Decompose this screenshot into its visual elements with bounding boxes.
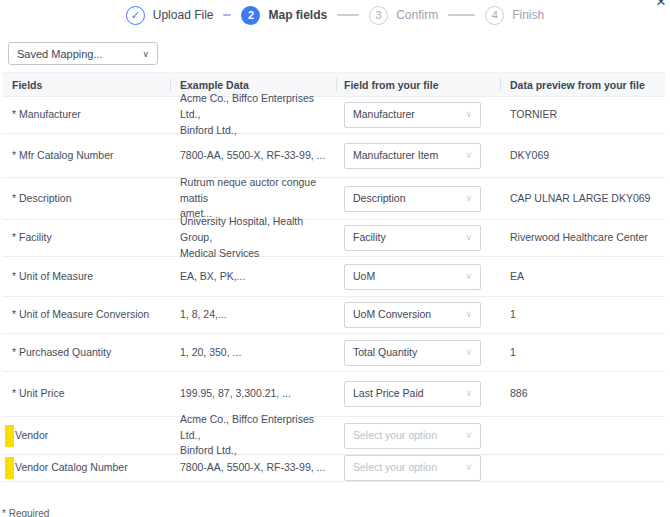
stepper-connector — [223, 14, 231, 16]
field-label: Vendor — [15, 428, 48, 444]
highlight-marker — [5, 457, 14, 479]
close-icon[interactable]: × — [656, 0, 666, 10]
table-row-manufacturer: * Manufacturer Acme Co., Biffco Enterpri… — [2, 97, 665, 134]
example-data: 7800-AA, 5500-X, RF-33-99, ... — [170, 460, 336, 476]
field-select[interactable]: Manufacturer Item ∨ — [344, 143, 481, 169]
stepper: ✓ Upload File 2 Map fields 3 Confirm 4 F… — [0, 4, 670, 26]
select-value: Manufacturer — [353, 107, 415, 123]
step-confirm: 3 Confirm — [369, 6, 438, 25]
table-row-unit-of-measure: * Unit of Measure EA, BX, PK,... UoM ∨ E… — [2, 257, 665, 297]
data-preview: DKY069 — [500, 148, 665, 164]
step-finish: 4 Finish — [485, 6, 544, 25]
map-fields-screen: ✓ Upload File 2 Map fields 3 Confirm 4 F… — [0, 0, 670, 517]
chevron-down-icon: ∨ — [465, 270, 472, 284]
select-value: Facility — [353, 230, 386, 246]
chevron-down-icon: ∨ — [465, 149, 472, 163]
saved-mapping-select[interactable]: Saved Mapping... ∨ — [8, 42, 158, 65]
header-example-data: Example Data — [170, 73, 336, 96]
field-select[interactable]: Total Quantity ∨ — [344, 340, 481, 366]
table-row-mfr-catalog-number: * Mfr Catalog Number 7800-AA, 5500-X, RF… — [2, 134, 665, 178]
chevron-down-icon: ∨ — [465, 429, 472, 443]
example-data: Acme Co., Biffco Enterprises Ltd., Binfo… — [170, 91, 336, 138]
example-data: University Hospital, Health Group, Medic… — [170, 214, 336, 261]
data-preview: 1 — [500, 345, 665, 361]
table-row-purchased-quantity: * Purchased Quantity 1, 20, 350, ... Tot… — [2, 334, 665, 372]
mapping-table: Fields Example Data Field from your file… — [2, 72, 665, 482]
example-data: 1, 20, 350, ... — [170, 345, 336, 361]
field-label: * Unit of Measure — [2, 269, 170, 285]
field-select[interactable]: Select your option ∨ — [344, 423, 481, 449]
data-preview: EA — [500, 269, 665, 285]
select-value: UoM Conversion — [353, 307, 431, 323]
chevron-down-icon: ∨ — [465, 461, 472, 475]
field-label: * Mfr Catalog Number — [2, 148, 170, 164]
step-number-badge: 3 — [369, 6, 388, 25]
field-label: * Manufacturer — [2, 107, 170, 123]
step-number-badge: 2 — [241, 6, 260, 25]
example-data: 199.95, 87, 3,300.21, ... — [170, 386, 336, 402]
table-row-unit-price: * Unit Price 199.95, 87, 3,300.21, ... L… — [2, 372, 665, 417]
field-select[interactable]: Last Price Paid ∨ — [344, 381, 481, 407]
field-label: * Description — [2, 191, 170, 207]
step-number-badge: 4 — [485, 6, 504, 25]
saved-mapping-value: Saved Mapping... — [17, 48, 103, 60]
table-row-vendor: Vendor Acme Co., Biffco Enterprises Ltd.… — [2, 417, 665, 455]
select-value: Description — [353, 191, 406, 207]
field-label: Vendor Catalog Number — [15, 460, 128, 476]
example-data: 7800-AA, 5500-X, RF-33-99, ... — [170, 148, 336, 164]
data-preview: 886 — [500, 386, 665, 402]
step-label: Map fields — [268, 8, 327, 22]
header-data-preview: Data preview from your file — [500, 73, 665, 96]
field-select[interactable]: Select your option ∨ — [344, 455, 481, 481]
header-fields: Fields — [2, 73, 170, 96]
chevron-down-icon: ∨ — [142, 49, 149, 59]
stepper-connector — [448, 14, 475, 16]
field-select[interactable]: Description ∨ — [344, 186, 481, 212]
field-label: * Purchased Quantity — [2, 345, 170, 361]
required-note: * Required — [2, 508, 49, 517]
header-field-from-file: Field from your file — [336, 73, 500, 96]
data-preview: 1 — [500, 307, 665, 323]
select-value: Manufacturer Item — [353, 148, 438, 164]
data-preview: TORNIER — [500, 107, 665, 123]
select-value: UoM — [353, 269, 375, 285]
field-select[interactable]: Facility ∨ — [344, 225, 481, 251]
field-select[interactable]: Manufacturer ∨ — [344, 102, 481, 128]
select-value: Total Quantity — [353, 345, 417, 361]
chevron-down-icon: ∨ — [465, 308, 472, 322]
chevron-down-icon: ∨ — [465, 231, 472, 245]
example-data: EA, BX, PK,... — [170, 269, 336, 285]
table-row-facility: * Facility University Hospital, Health G… — [2, 220, 665, 257]
step-label: Finish — [512, 8, 544, 22]
step-complete-check-icon: ✓ — [126, 6, 145, 25]
field-label: * Unit of Measure Conversion — [2, 307, 170, 323]
table-header: Fields Example Data Field from your file… — [2, 72, 665, 97]
field-label: * Unit Price — [2, 386, 170, 402]
step-map-fields: 2 Map fields — [241, 6, 327, 25]
chevron-down-icon: ∨ — [465, 346, 472, 360]
select-placeholder: Select your option — [353, 460, 437, 476]
chevron-down-icon: ∨ — [465, 108, 472, 122]
data-preview: Riverwood Healthcare Center — [500, 230, 665, 246]
step-label: Upload File — [153, 8, 214, 22]
stepper-connector — [337, 14, 359, 16]
data-preview: CAP ULNAR LARGE DKY069 — [500, 191, 665, 207]
table-row-uom-conversion: * Unit of Measure Conversion 1, 8, 24,..… — [2, 297, 665, 334]
chevron-down-icon: ∨ — [465, 192, 472, 206]
field-label: * Facility — [2, 230, 170, 246]
select-placeholder: Select your option — [353, 428, 437, 444]
step-label: Confirm — [396, 8, 438, 22]
select-value: Last Price Paid — [353, 386, 424, 402]
chevron-down-icon: ∨ — [465, 387, 472, 401]
example-data: Acme Co., Biffco Enterprises Ltd., Binfo… — [170, 412, 336, 459]
highlight-marker — [5, 425, 14, 447]
field-select[interactable]: UoM ∨ — [344, 264, 481, 290]
example-data: 1, 8, 24,... — [170, 307, 336, 323]
field-select[interactable]: UoM Conversion ∨ — [344, 302, 481, 328]
step-upload-file[interactable]: ✓ Upload File — [126, 6, 214, 25]
